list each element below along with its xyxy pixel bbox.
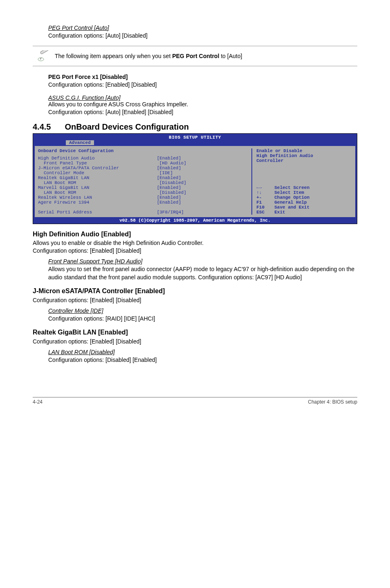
bios-config-row: LAN Boot ROM[Disabled] [38,190,248,195]
bios-config-label: Front Panel Type [38,161,159,166]
bios-help-line: Enable or Disable [256,148,352,153]
bios-nav-key: F1 [256,200,274,205]
bios-help-line: High Definition Audio [256,153,352,158]
lanboot-text: Configuration options: [Disabled] [Enabl… [48,356,357,364]
bios-nav-key: F10 [256,205,274,210]
bios-config-label [38,205,157,210]
bios-config-value: [Enabled] [157,200,249,205]
bios-config-label: Marvell GigaBit LAN [38,185,157,190]
bios-config-label: LAN Boot ROM [38,190,159,195]
bios-config-value: [HD Audio] [159,161,249,166]
bios-left-header: Onboard Device Configuration [38,148,248,153]
bios-config-value [157,205,249,210]
footer-left: 4-24 [33,399,43,405]
bios-config-value: [Enabled] [157,195,249,200]
peg-port-force-heading: PEG Port Force x1 [Disabled] [48,74,357,80]
bios-nav-row: ←→Select Screen [256,185,352,190]
bios-config-row: Agere Firewire 1394[Enabled] [38,200,248,205]
note-suffix: to [Auto] [219,53,242,59]
bios-nav-label: Select Item [274,190,304,195]
peg-port-force-text: Configuration options: [Enabled] [Disabl… [48,81,357,89]
bios-nav-key: +- [256,195,274,200]
bios-config-row: High Definition Audio[Enabled] [38,156,248,161]
bios-copyright: v02.58 (C)Copyright 1985-2007, American … [34,218,356,223]
controller-mode-heading: Controller Mode [IDE] [48,307,357,314]
bios-config-row: LAN Boot ROM[Disabled] [38,180,248,185]
bios-config-label: Realtek GigaBit LAN [38,175,157,180]
section-title: OnBoard Devices Configuration [65,122,188,132]
bios-screenshot: BIOS SETUP UTILITY Advanced Onboard Devi… [33,133,357,224]
bios-config-value: [Enabled] [157,166,249,171]
bios-nav-label: Save and Exit [274,205,309,210]
bios-config-value: [Disabled] [159,180,249,185]
bios-config-label: Agere Firewire 1394 [38,200,157,205]
note-text: The following item appears only when you… [55,53,357,59]
lanboot-heading: LAN Boot ROM [Disabled] [48,349,357,355]
bios-nav-row: +-Change Option [256,195,352,200]
bios-nav-label: Select Screen [274,185,309,190]
bios-nav-row: F1General Help [256,200,352,205]
page-footer: 4-24 Chapter 4: BIOS setup [33,397,357,405]
bios-config-value: [Disabled] [159,190,249,195]
bios-nav-key: ↑↓ [256,190,274,195]
note-prefix: The following item appears only when you… [55,53,172,59]
bios-help-line: Controller [256,158,352,163]
controller-mode-text: Configuration options: [RAID] [IDE] [AHC… [48,315,357,323]
bios-config-label: Serial Port1 Address [38,210,157,215]
hda-heading: High Definition Audio [Enabled] [33,231,357,238]
hda-line1: Allows you to enable or disable the High… [33,240,357,246]
bios-config-label: LAN Boot ROM [38,180,159,185]
bios-nav-key: ESC [256,210,274,215]
bios-config-value: [Enabled] [157,175,249,180]
bios-nav-label: Change Option [274,195,309,200]
bios-config-row: Realtek Wireless LAN[Enabled] [38,195,248,200]
bios-nav-label: Exit [274,210,285,215]
bios-config-value: [Enabled] [157,156,249,161]
bios-config-row: Realtek GigaBit LAN[Enabled] [38,175,248,180]
bios-config-row: J-Micron eSATA/PATA Controller[Enabled] [38,166,248,171]
front-panel-text: Allows you to set the front panel audio … [48,265,357,281]
bios-config-row: Front Panel Type[HD Audio] [38,161,248,166]
bios-title: BIOS SETUP UTILITY [34,135,356,140]
note-bold: PEG Port Control [172,53,219,59]
pencil-icon [35,50,55,62]
peg-port-control-heading: PEG Port Control [Auto] [48,25,357,31]
bios-config-row: Serial Port1 Address[3F8/IRQ4] [38,210,248,215]
bios-tab-advanced: Advanced [66,140,94,145]
front-panel-heading: Front Panel Support Type [HD Audio] [48,258,357,265]
asus-cgi-line1: Allows you to configure ASUS Cross Graph… [48,101,357,108]
bios-config-label: Controller Mode [38,171,159,175]
svg-rect-1 [40,50,49,54]
bios-config-value: [IDE] [159,171,249,175]
bios-config-row [38,205,248,210]
asus-cgi-heading: ASUS C.G.I. Function [Auto] [48,94,357,101]
jmicron-heading: J-Micron eSATA/PATA Controller [Enabled] [33,287,357,295]
bios-config-row: Marvell GigaBit LAN[Enabled] [38,185,248,190]
jmicron-text: Configuration options: [Enabled] [Disabl… [33,296,357,305]
bios-nav-row: ESCExit [256,210,352,215]
section-number: 4.4.5 [33,122,51,132]
bios-nav-row: F10Save and Exit [256,205,352,210]
bios-config-label: J-Micron eSATA/PATA Controller [38,166,157,171]
peg-port-control-text: Configuration options: [Auto] [Disabled] [48,32,357,40]
bios-config-value: [3F8/IRQ4] [157,210,249,215]
bios-nav-key: ←→ [256,185,274,190]
bios-nav-label: General Help [274,200,307,205]
realtek-heading: Realtek GigaBit LAN [Enabled] [33,329,357,336]
bios-config-label: Realtek Wireless LAN [38,195,157,200]
section-heading: 4.4.5 OnBoard Devices Configuration [33,122,357,132]
asus-cgi-line2: Configuration options: [Auto] [Enabled] … [48,108,357,117]
bios-config-label: High Definition Audio [38,156,157,161]
note-box: The following item appears only when you… [33,46,357,66]
bios-config-value: [Enabled] [157,185,249,190]
bios-nav-row: ↑↓Select Item [256,190,352,195]
footer-right: Chapter 4: BIOS setup [308,399,357,405]
hda-line2: Configuration options: [Enabled] [Disabl… [33,247,357,255]
bios-config-row: Controller Mode[IDE] [38,171,248,175]
realtek-text: Configuration options: [Enabled] [Disabl… [33,338,357,346]
